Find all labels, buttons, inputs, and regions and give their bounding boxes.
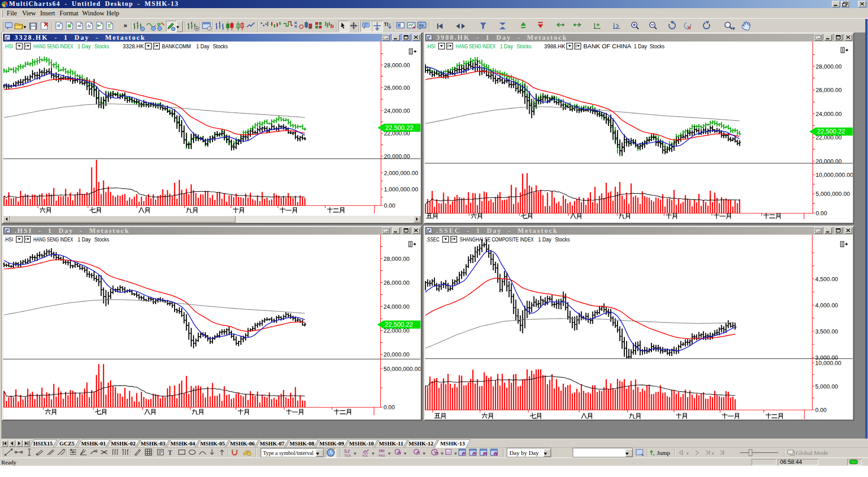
svg-text:24,000.00: 24,000.00 — [383, 303, 410, 310]
svg-text:24,000.00: 24,000.00 — [816, 111, 842, 117]
svg-text:0.00: 0.00 — [384, 202, 395, 209]
svg-text:fx: fx — [88, 24, 91, 28]
svg-text:22,500.22: 22,500.22 — [385, 321, 413, 328]
svg-text:M: M — [417, 452, 420, 455]
svg-text:26,000.00: 26,000.00 — [383, 279, 410, 286]
svg-text:»: » — [124, 22, 127, 29]
svg-text:Stocks: Stocks — [555, 236, 570, 243]
svg-text:5,000.00: 5,000.00 — [815, 383, 838, 390]
svg-text:4,500.00: 4,500.00 — [815, 276, 838, 282]
svg-text:28,000.00: 28,000.00 — [384, 62, 410, 69]
svg-text:TI: TI — [384, 22, 388, 27]
svg-text:24,000.00: 24,000.00 — [384, 107, 410, 114]
svg-text:26,000.00: 26,000.00 — [384, 84, 410, 91]
svg-text:1 Day: 1 Day — [634, 43, 647, 50]
svg-text:0.00: 0.00 — [815, 407, 826, 413]
svg-text:Stocks: Stocks — [517, 43, 531, 50]
svg-text:H: H — [309, 26, 311, 30]
svg-text:3988.HK: 3988.HK — [544, 43, 565, 50]
svg-text:SHANGHAI SE COMPOSITE INDEX: SHANGHAI SE COMPOSITE INDEX — [460, 236, 534, 243]
svg-text:0.00: 0.00 — [816, 210, 827, 217]
svg-text:HANG SENG INDEX: HANG SENG INDEX — [33, 236, 73, 243]
svg-text:4,000.00: 4,000.00 — [815, 302, 838, 309]
svg-text:Q: Q — [484, 453, 486, 456]
svg-text:.SSEC: .SSEC — [426, 236, 439, 243]
svg-text:H: H — [436, 453, 438, 455]
svg-text:20,000.00: 20,000.00 — [816, 158, 842, 165]
svg-text:5,000,000.00: 5,000,000.00 — [816, 190, 850, 197]
svg-text:3328.HK: 3328.HK — [123, 43, 144, 50]
svg-text:BANKCOMM: BANKCOMM — [162, 43, 191, 50]
svg-text:1 Day: 1 Day — [78, 43, 91, 50]
svg-text:AE: AE — [93, 449, 98, 453]
svg-text:Jump: Jump — [657, 449, 670, 456]
svg-text:HANG SENG INDEX: HANG SENG INDEX — [456, 43, 495, 50]
svg-text:1 Day: 1 Day — [538, 236, 551, 243]
svg-text:28,000.00: 28,000.00 — [383, 255, 410, 262]
svg-text:20,000.00: 20,000.00 — [384, 153, 410, 160]
svg-text:HANG SENG INDEX: HANG SENG INDEX — [33, 43, 73, 50]
svg-text:VOL: VOL — [362, 454, 368, 457]
svg-text:.HSI: .HSI — [4, 236, 13, 243]
svg-text:1 Day: 1 Day — [196, 43, 209, 50]
svg-text:.HSI: .HSI — [4, 43, 13, 50]
svg-text:22,500.22: 22,500.22 — [385, 124, 413, 131]
svg-text:1 Day: 1 Day — [78, 236, 91, 243]
svg-text:M: M — [473, 453, 476, 456]
svg-text:Stocks: Stocks — [650, 43, 665, 50]
svg-text:W: W — [463, 453, 466, 456]
svg-text:1 Day: 1 Day — [500, 43, 513, 50]
svg-text:20,000.00: 20,000.00 — [383, 351, 410, 358]
svg-text:Global Mode: Global Mode — [796, 449, 828, 456]
svg-text:1,000,000.00: 1,000,000.00 — [384, 186, 418, 193]
svg-text:2,000,000.00: 2,000,000.00 — [384, 170, 418, 176]
svg-text:Day by Day: Day by Day — [509, 449, 539, 456]
svg-text:1D: 1D — [446, 451, 450, 454]
svg-text:26,000.00: 26,000.00 — [816, 87, 842, 93]
svg-text:Stocks: Stocks — [94, 236, 109, 243]
svg-text:T: T — [168, 449, 172, 456]
svg-text:TICK: TICK — [344, 454, 351, 457]
svg-text:0.00: 0.00 — [383, 404, 395, 411]
svg-text:3,500.00: 3,500.00 — [815, 328, 838, 335]
svg-text:10,000,000.00: 10,000,000.00 — [816, 171, 853, 178]
svg-text:S: S — [398, 452, 400, 455]
svg-text:22,500.22: 22,500.22 — [817, 128, 845, 135]
svg-text:RNG: RNG — [379, 454, 385, 457]
svg-text:Stocks: Stocks — [213, 43, 228, 50]
svg-text:V: V — [494, 453, 496, 456]
svg-text:.HSI: .HSI — [426, 43, 435, 50]
svg-text:10,000.00: 10,000.00 — [815, 360, 841, 366]
svg-text:Stocks: Stocks — [94, 43, 109, 50]
svg-text:BANK OF CHINA: BANK OF CHINA — [583, 43, 631, 50]
svg-text:50,000,000.00: 50,000,000.00 — [383, 366, 420, 372]
svg-text:Type a symbol/interval: Type a symbol/interval — [263, 449, 314, 456]
svg-text:6a: 6a — [419, 23, 424, 28]
svg-text:28,000.00: 28,000.00 — [816, 63, 842, 70]
